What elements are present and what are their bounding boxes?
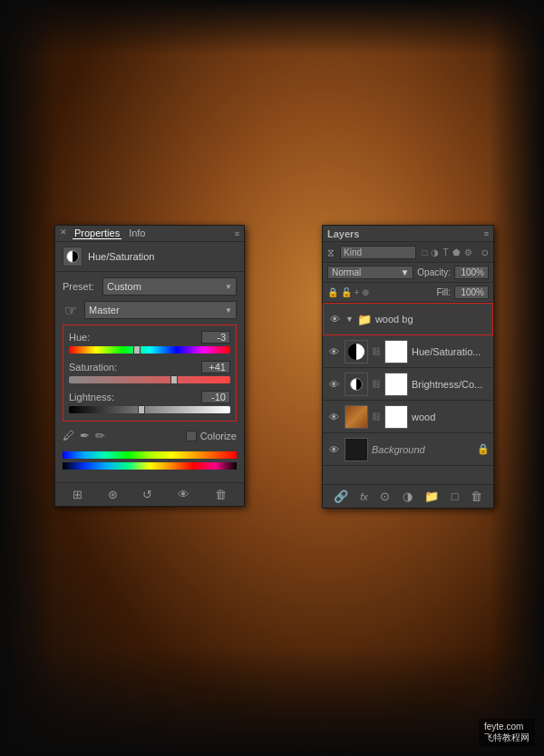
- layer-wood-mask-img: [385, 406, 407, 428]
- layer-fx-icon[interactable]: fx: [360, 491, 368, 502]
- layer-group-arrow-icon[interactable]: ▼: [345, 315, 354, 324]
- saturation-header: Saturation: +41: [69, 361, 230, 373]
- lightness-value[interactable]: -10: [201, 391, 230, 403]
- layer-brightness-mask: [384, 373, 408, 396]
- section-header: Hue/Saturation: [55, 242, 244, 272]
- lightness-track[interactable]: [69, 406, 230, 413]
- layer-wood-eye-icon[interactable]: 👁: [326, 410, 341, 424]
- layer-group-eye-icon[interactable]: 👁: [327, 312, 342, 326]
- tab-info[interactable]: Info: [127, 228, 147, 239]
- layers-filter-bar: ⧖ Kind □ ◑ T ⬟ ⚙ ○: [323, 242, 493, 263]
- panel-options-icon[interactable]: ≡: [235, 229, 239, 238]
- footer-trash-icon[interactable]: 🗑: [215, 488, 227, 501]
- saturation-track[interactable]: [69, 376, 230, 383]
- layer-bg-thumb-img: [345, 439, 367, 460]
- preset-value: Custom: [107, 281, 141, 292]
- filter-adj-icon[interactable]: ◑: [431, 247, 439, 257]
- lightness-slider-row: Lightness: -10: [69, 391, 230, 413]
- layer-adjustment-icon[interactable]: ◑: [403, 489, 413, 503]
- filter-type-icon2[interactable]: T: [442, 247, 448, 257]
- opacity-label: Opacity:: [417, 267, 451, 277]
- dark-overlay-bottom: [0, 647, 544, 756]
- channel-dropdown-arrow-icon: ▼: [225, 306, 232, 315]
- footer-eye-icon[interactable]: 👁: [178, 488, 189, 501]
- eyedropper3-icon[interactable]: ✏: [95, 429, 105, 442]
- adjustment-layer-icon: [63, 247, 83, 267]
- layer-link-icon[interactable]: 🔗: [334, 489, 348, 503]
- fill-row: 🔒 🔓 + ⊕ Fill: 100%: [323, 283, 493, 303]
- blend-mode-dropdown[interactable]: Normal ▼: [327, 266, 413, 279]
- layer-brightness-eye-icon[interactable]: 👁: [326, 377, 341, 392]
- layers-title: Layers: [327, 228, 359, 239]
- layer-bg-thumb: [345, 438, 368, 461]
- layer-folder-btn-icon[interactable]: 📁: [424, 489, 439, 503]
- watermark-line2: 飞特教程网: [484, 732, 529, 744]
- preset-label: Preset:: [63, 281, 97, 292]
- layer-huesat-name: Hue/Saturatio...: [412, 346, 490, 357]
- layer-huesat-row[interactable]: 👁 ⛓ Hue/Saturatio...: [323, 335, 493, 368]
- tab-properties[interactable]: Properties: [73, 228, 121, 239]
- filter-dropdown[interactable]: Kind: [340, 246, 416, 259]
- fill-value[interactable]: 100%: [454, 286, 489, 299]
- properties-panel: ✕ Properties Info ≡ Hue/Saturation Prese…: [54, 225, 245, 507]
- layer-huesat-thumb: [345, 340, 368, 363]
- lightness-label: Lightness:: [69, 392, 114, 402]
- layer-huesat-eye-icon[interactable]: 👁: [326, 344, 341, 359]
- layer-brightness-name: Brightness/Co...: [412, 379, 490, 390]
- layer-mask-icon[interactable]: ⊙: [380, 489, 390, 503]
- dark-overlay-top: [0, 0, 544, 54]
- color-bar-bottom: [63, 462, 237, 470]
- saturation-thumb[interactable]: [170, 375, 178, 384]
- checkbox-box[interactable]: [186, 431, 197, 441]
- layers-options-icon[interactable]: ≡: [484, 229, 489, 238]
- layer-huesat-mask: [384, 340, 408, 363]
- color-bar-top: [63, 451, 237, 459]
- layers-titlebar: Layers ≡: [323, 226, 493, 242]
- layer-group-row[interactable]: 👁 ▼ 📁 wood bg: [323, 303, 493, 335]
- dark-overlay-right: [490, 0, 544, 756]
- layer-new-icon[interactable]: □: [452, 489, 459, 503]
- lightness-thumb[interactable]: [138, 405, 145, 414]
- properties-titlebar: ✕ Properties Info ≡: [55, 226, 244, 242]
- channel-dropdown[interactable]: Master ▼: [84, 301, 237, 319]
- eyedroppers-row: 🖊 ✒ ✏ Colorize: [63, 429, 237, 442]
- filter-shape-icon[interactable]: ⬟: [452, 247, 461, 257]
- panel-body: Preset: Custom ▼ ☞ Master ▼ Hue: -3: [55, 272, 244, 482]
- layer-bg-eye-icon[interactable]: 👁: [326, 442, 341, 457]
- hue-thumb[interactable]: [133, 345, 141, 354]
- colorize-checkbox[interactable]: Colorize: [186, 431, 237, 441]
- layer-wood-row[interactable]: 👁 ⛓ wood: [323, 401, 493, 433]
- layer-wood-name: wood: [412, 412, 490, 422]
- hue-track[interactable]: [69, 346, 230, 354]
- layer-brightness-row[interactable]: 👁 ⛓ Brightness/Co...: [323, 368, 493, 401]
- filter-pixel-icon[interactable]: □: [422, 247, 427, 257]
- lightness-header: Lightness: -10: [69, 391, 230, 403]
- section-title: Hue/Saturation: [88, 251, 154, 262]
- layer-bg-row[interactable]: 👁 Background 🔒: [323, 433, 493, 466]
- saturation-slider-row: Saturation: +41: [69, 361, 230, 383]
- dark-overlay-left: [0, 0, 54, 756]
- footer-new-icon[interactable]: ⊞: [73, 488, 83, 501]
- layer-bg-name: Background: [372, 444, 473, 455]
- filter-toggle-icon[interactable]: ○: [481, 245, 489, 259]
- filter-smart-icon[interactable]: ⚙: [464, 247, 472, 257]
- preset-dropdown[interactable]: Custom ▼: [102, 277, 237, 296]
- footer-reset-icon[interactable]: ↺: [142, 488, 152, 501]
- layer-huesat-mask-img: [385, 341, 407, 363]
- saturation-value[interactable]: +41: [201, 361, 230, 373]
- layer-brightness-mask-img: [385, 373, 407, 395]
- eyedropper2-icon[interactable]: ✒: [80, 429, 90, 442]
- titlebar-left: ✕ Properties Info: [60, 228, 148, 239]
- sliders-box: Hue: -3 Saturation: +41: [63, 325, 237, 422]
- layer-group-name: wood bg: [375, 314, 489, 325]
- footer-link-icon[interactable]: ⊛: [108, 488, 118, 501]
- layer-huesat-thumb-img: [348, 344, 364, 360]
- eyedropper1-icon[interactable]: 🖊: [63, 429, 74, 442]
- panel-close-icon[interactable]: ✕: [60, 228, 67, 239]
- layer-delete-icon[interactable]: 🗑: [471, 489, 482, 503]
- layer-wood-chain-icon: ⛓: [372, 412, 381, 422]
- dropdown-arrow-icon: ▼: [225, 283, 232, 291]
- properties-footer: ⊞ ⊛ ↺ 👁 🗑: [55, 482, 244, 506]
- hue-value[interactable]: -3: [201, 331, 230, 344]
- opacity-value[interactable]: 100%: [454, 266, 489, 279]
